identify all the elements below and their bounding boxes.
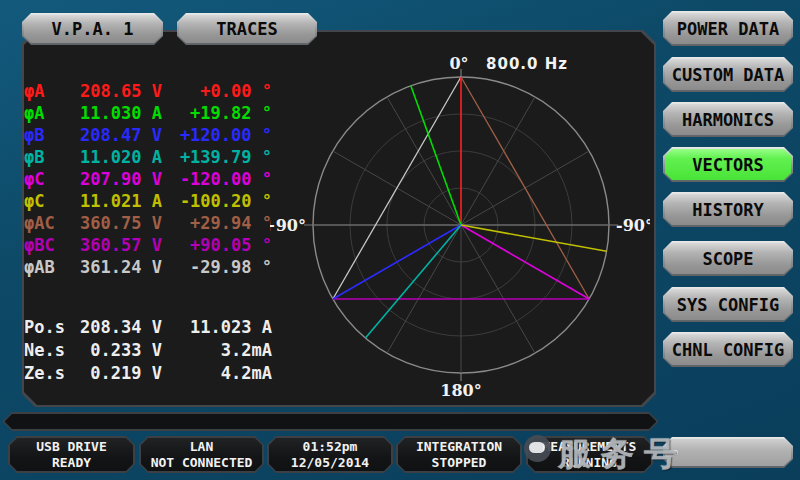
summary-row: Po.s208.34 V11.023 A xyxy=(24,316,274,339)
phase-value: 11.020 A xyxy=(68,146,162,168)
phase-row: φA208.65 V+0.00 ° xyxy=(24,80,274,102)
phase-row: φA11.030 A+19.82 ° xyxy=(24,102,274,124)
phase-angle: +29.94 ° xyxy=(162,212,272,234)
summary-label: Ne.s xyxy=(24,339,80,362)
summary-label: Ze.s xyxy=(24,362,80,385)
status-panel-integration: INTEGRATIONSTOPPED xyxy=(396,436,522,473)
phase-angle: +120.00 ° xyxy=(162,124,272,146)
phase-value: 208.47 V xyxy=(68,124,162,146)
phase-vector-table: φA208.65 V+0.00 °φA11.030 A+19.82 °φB208… xyxy=(24,80,274,278)
phase-row: φAC360.75 V+29.94 ° xyxy=(24,212,274,234)
traces-button[interactable]: TRACES xyxy=(177,13,317,45)
phase-angle: -29.98 ° xyxy=(162,256,272,278)
phase-label: φB xyxy=(24,146,68,168)
nav-button-history[interactable]: HISTORY xyxy=(663,192,793,227)
phase-row: φC207.90 V-120.00 ° xyxy=(24,168,274,190)
summary-voltage: 208.34 V xyxy=(80,316,162,339)
vpa-1-button-label: V.P.A. 1 xyxy=(22,13,163,45)
phase-row: φC11.021 A-100.20 ° xyxy=(24,190,274,212)
nav-button-label: CHNL CONFIG xyxy=(663,332,793,367)
nav-button-label: POWER DATA xyxy=(663,11,793,46)
nav-button-label: HISTORY xyxy=(663,192,793,227)
phase-angle: +19.82 ° xyxy=(162,102,272,124)
nav-button-label: HARMONICS xyxy=(663,102,793,137)
nav-button-chnl-config[interactable]: CHNL CONFIG xyxy=(663,332,793,367)
phase-label: φBC xyxy=(24,234,68,256)
phase-row: φAB361.24 V-29.98 ° xyxy=(24,256,274,278)
summary-current: 4.2mA xyxy=(162,362,272,385)
phase-row: φB208.47 V+120.00 ° xyxy=(24,124,274,146)
summary-current: 3.2mA xyxy=(162,339,272,362)
phase-angle: +139.79 ° xyxy=(162,146,272,168)
phase-label: φAC xyxy=(24,212,68,234)
phase-label: φC xyxy=(24,168,68,190)
summary-row: Ze.s0.219 V4.2mA xyxy=(24,362,274,385)
nav-button-harmonics[interactable]: HARMONICS xyxy=(663,102,793,137)
vpa-1-button[interactable]: V.P.A. 1 xyxy=(22,13,163,45)
summary-voltage: 0.219 V xyxy=(80,362,162,385)
phase-value: 360.57 V xyxy=(68,234,162,256)
status-panel-text: USB DRIVEREADY xyxy=(8,436,135,473)
phase-angle: +90.05 ° xyxy=(162,234,272,256)
phase-value: 11.030 A xyxy=(68,102,162,124)
nav-button-vectors[interactable]: VECTORS xyxy=(663,147,793,182)
phase-value: 361.24 V xyxy=(68,256,162,278)
status-panel-lan: LANNOT CONNECTED xyxy=(139,436,264,473)
blank-softkey-button[interactable] xyxy=(663,437,793,468)
nav-button-label: SCOPE xyxy=(663,241,793,276)
phase-angle: -120.00 ° xyxy=(162,168,272,190)
phase-label: φB xyxy=(24,124,68,146)
nav-button-sys-config[interactable]: SYS CONFIG xyxy=(663,287,793,322)
phase-angle: +0.00 ° xyxy=(162,80,272,102)
nav-button-scope[interactable]: SCOPE xyxy=(663,241,793,276)
phase-row: φB11.020 A+139.79 ° xyxy=(24,146,274,168)
phase-value: 208.65 V xyxy=(68,80,162,102)
status-panel-text: 01:52pm12/05/2014 xyxy=(267,436,393,473)
status-panel-text: LANNOT CONNECTED xyxy=(139,436,264,473)
phase-label: φAB xyxy=(24,256,68,278)
nav-button-label: SYS CONFIG xyxy=(663,287,793,322)
phase-angle: -100.20 ° xyxy=(162,190,272,212)
nav-button-power-data[interactable]: POWER DATA xyxy=(663,11,793,46)
summary-voltage: 0.233 V xyxy=(80,339,162,362)
softkey-indicator-dot xyxy=(673,450,678,455)
sequence-summary-table: Po.s208.34 V11.023 ANe.s0.233 V3.2mAZe.s… xyxy=(24,316,274,385)
summary-current: 11.023 A xyxy=(162,316,272,339)
status-panel-01:52pm: 01:52pm12/05/2014 xyxy=(267,436,393,473)
phase-label: φA xyxy=(24,80,68,102)
power-analyzer-screen: V.P.A. 1 TRACES φA208.65 V+0.00 °φA11.03… xyxy=(0,0,800,480)
summary-row: Ne.s0.233 V3.2mA xyxy=(24,339,274,362)
phase-value: 360.75 V xyxy=(68,212,162,234)
status-panel-usb-drive: USB DRIVEREADY xyxy=(8,436,135,473)
nav-button-label: CUSTOM DATA xyxy=(663,57,793,92)
summary-label: Po.s xyxy=(24,316,80,339)
phase-value: 11.021 A xyxy=(68,190,162,212)
nav-button-label: VECTORS xyxy=(663,147,793,182)
lower-divider-bar xyxy=(3,412,658,431)
phase-label: φA xyxy=(24,102,68,124)
status-panel-text: INTEGRATIONSTOPPED xyxy=(396,436,522,473)
nav-button-custom-data[interactable]: CUSTOM DATA xyxy=(663,57,793,92)
phase-label: φC xyxy=(24,190,68,212)
phase-row: φBC360.57 V+90.05 ° xyxy=(24,234,274,256)
traces-button-label: TRACES xyxy=(177,13,317,45)
status-panel-measurements: MEASUREMENTSRUNNING xyxy=(526,436,653,473)
phase-value: 207.90 V xyxy=(68,168,162,190)
status-panel-text: MEASUREMENTSRUNNING xyxy=(526,436,653,473)
